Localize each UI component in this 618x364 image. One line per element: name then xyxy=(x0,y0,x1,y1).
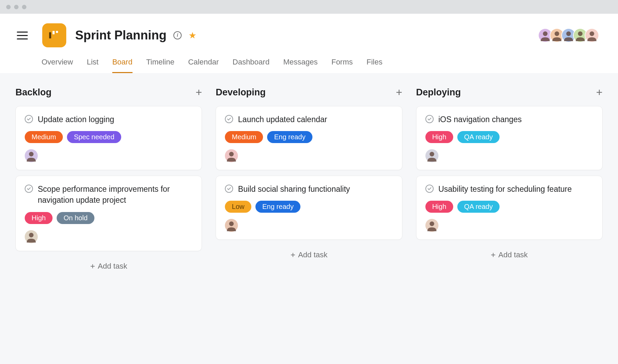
tags-row: MediumSpec needed xyxy=(25,131,193,143)
tab-calendar[interactable]: Calendar xyxy=(188,58,219,73)
project-tabs: OverviewListBoardTimelineCalendarDashboa… xyxy=(15,58,603,73)
svg-point-16 xyxy=(29,233,33,237)
svg-point-10 xyxy=(578,32,582,36)
column-header: Backlog + xyxy=(15,87,202,98)
svg-point-24 xyxy=(430,222,434,226)
complete-check-icon[interactable] xyxy=(25,115,33,123)
project-header: Sprint Planning i ★ OverviewListBoardTim… xyxy=(0,14,618,73)
assignee-avatar[interactable] xyxy=(225,149,238,162)
member-avatar[interactable] xyxy=(585,28,599,43)
svg-rect-1 xyxy=(53,31,55,34)
complete-check-icon[interactable] xyxy=(25,185,33,193)
task-title: Update action logging xyxy=(38,114,114,125)
task-title: iOS navigation changes xyxy=(438,114,522,125)
task-card[interactable]: iOS navigation changes HighQA ready xyxy=(416,106,603,170)
star-icon[interactable]: ★ xyxy=(188,30,196,41)
tab-dashboard[interactable]: Dashboard xyxy=(232,58,270,73)
tab-list[interactable]: List xyxy=(87,58,99,73)
column-backlog: Backlog + Update action logging MediumSp… xyxy=(15,87,202,276)
tag[interactable]: Spec needed xyxy=(67,131,121,143)
tag[interactable]: High xyxy=(425,131,453,143)
add-card-button[interactable]: + xyxy=(196,87,202,98)
column-deploying: Deploying + iOS navigation changes HighQ… xyxy=(416,87,603,276)
assignee-avatar[interactable] xyxy=(225,219,238,232)
column-developing: Developing + Launch updated calendar Med… xyxy=(216,87,402,276)
tag[interactable]: QA ready xyxy=(457,201,500,213)
member-avatars[interactable] xyxy=(541,28,599,43)
svg-point-14 xyxy=(29,152,33,156)
assignee-avatar[interactable] xyxy=(25,149,38,162)
plus-icon: + xyxy=(90,261,95,271)
tag[interactable]: Medium xyxy=(25,131,63,143)
plus-icon: + xyxy=(290,250,295,260)
svg-rect-2 xyxy=(56,31,58,33)
tag[interactable]: High xyxy=(425,201,453,213)
assignee-avatar[interactable] xyxy=(425,149,438,162)
task-title: Launch updated calendar xyxy=(238,114,327,125)
task-card[interactable]: Build social sharing functionality LowEn… xyxy=(216,176,402,240)
svg-point-6 xyxy=(554,32,559,36)
tag[interactable]: High xyxy=(25,212,53,224)
column-title: Developing xyxy=(216,87,266,98)
project-icon xyxy=(42,23,66,47)
column-header: Developing + xyxy=(216,87,402,98)
svg-rect-0 xyxy=(49,32,51,38)
column-header: Deploying + xyxy=(416,87,603,98)
assignee-avatar[interactable] xyxy=(425,219,438,232)
add-task-button[interactable]: +Add task xyxy=(216,245,402,265)
complete-check-icon[interactable] xyxy=(425,185,434,193)
info-icon[interactable]: i xyxy=(173,31,182,39)
tab-forms[interactable]: Forms xyxy=(331,58,353,73)
task-title: Build social sharing functionality xyxy=(238,184,350,195)
column-title: Backlog xyxy=(15,87,52,98)
tag[interactable]: Eng ready xyxy=(255,201,300,213)
add-card-button[interactable]: + xyxy=(596,87,603,98)
add-task-label: Add task xyxy=(298,250,328,259)
tab-overview[interactable]: Overview xyxy=(42,58,73,73)
task-card[interactable]: Scope performance improvements for navig… xyxy=(15,176,202,251)
task-title: Scope performance improvements for navig… xyxy=(38,184,193,206)
tab-messages[interactable]: Messages xyxy=(283,58,318,73)
tags-row: MediumEng ready xyxy=(225,131,393,143)
plus-icon: + xyxy=(491,250,496,260)
svg-point-8 xyxy=(566,32,571,36)
project-title: Sprint Planning xyxy=(75,28,167,43)
tag[interactable]: Low xyxy=(225,201,251,213)
add-task-label: Add task xyxy=(98,262,127,271)
complete-check-icon[interactable] xyxy=(425,115,434,123)
task-title: Usability testing for scheduling feature xyxy=(438,184,572,195)
complete-check-icon[interactable] xyxy=(225,185,233,193)
minimize-window-dot[interactable] xyxy=(14,5,19,9)
hamburger-menu[interactable] xyxy=(15,30,29,41)
add-task-button[interactable]: +Add task xyxy=(416,245,603,265)
add-task-button[interactable]: +Add task xyxy=(15,257,202,276)
task-card[interactable]: Launch updated calendar MediumEng ready xyxy=(216,106,402,170)
svg-point-12 xyxy=(590,32,594,36)
add-task-label: Add task xyxy=(499,250,528,259)
tags-row: HighQA ready xyxy=(425,131,593,143)
svg-point-4 xyxy=(543,32,547,36)
maximize-window-dot[interactable] xyxy=(22,5,26,9)
tab-files[interactable]: Files xyxy=(367,58,382,73)
task-card[interactable]: Update action logging MediumSpec needed xyxy=(15,106,202,170)
tab-timeline[interactable]: Timeline xyxy=(146,58,174,73)
tag[interactable]: Medium xyxy=(225,131,263,143)
task-card[interactable]: Usability testing for scheduling feature… xyxy=(416,176,603,240)
tab-board[interactable]: Board xyxy=(112,58,133,73)
complete-check-icon[interactable] xyxy=(225,115,233,123)
column-title: Deploying xyxy=(416,87,461,98)
window-titlebar xyxy=(0,0,618,14)
tags-row: HighQA ready xyxy=(425,201,593,213)
tag[interactable]: Eng ready xyxy=(267,131,312,143)
svg-point-22 xyxy=(430,152,434,156)
svg-point-20 xyxy=(229,222,234,226)
add-card-button[interactable]: + xyxy=(396,87,402,98)
tags-row: LowEng ready xyxy=(225,201,393,213)
close-window-dot[interactable] xyxy=(6,5,11,9)
svg-point-18 xyxy=(229,152,234,156)
assignee-avatar[interactable] xyxy=(25,230,38,243)
tag[interactable]: QA ready xyxy=(457,131,500,143)
tags-row: HighOn hold xyxy=(25,212,193,224)
kanban-board: Backlog + Update action logging MediumSp… xyxy=(0,73,618,290)
tag[interactable]: On hold xyxy=(57,212,94,224)
